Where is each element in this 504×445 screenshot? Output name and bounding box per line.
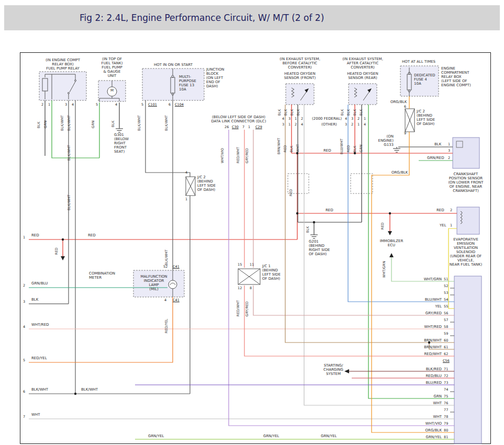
pin-number: 4: [115, 103, 117, 107]
wire-label: BLK: [290, 146, 294, 152]
ecu-pin-number: 56: [444, 312, 448, 315]
wire-label: BLK: [284, 109, 288, 116]
row-number: 2: [23, 284, 25, 288]
wire-label: BLK/WHT: [165, 249, 169, 265]
ecu-pin-number: 53: [444, 291, 448, 295]
pin-number: 1: [248, 125, 250, 129]
component-label: METER: [89, 276, 102, 280]
ecu-pin-number: 71: [444, 368, 448, 371]
component-label: DATA LINK CONNECTOR (DLC): [211, 120, 266, 124]
wire-label: BLK: [306, 226, 310, 233]
connector-link[interactable]: C30: [232, 125, 239, 129]
ecu-pin-number: 73: [444, 381, 448, 385]
wire-label: GRY/RED: [245, 148, 249, 163]
pin-number: 2: [448, 156, 450, 160]
wire-label: GRN/BLU: [31, 282, 48, 286]
ecu-pin-number: 57: [444, 318, 448, 322]
ecu-pin-color: BLU/RED: [425, 381, 442, 385]
power-source-label: HOT AT ALL TIMES: [402, 60, 435, 64]
component-label: DASH): [206, 85, 218, 89]
wire-label: RED: [436, 209, 444, 213]
ecu-pin-number: 79: [444, 422, 448, 426]
ecu-pin-color: WHT/RED: [424, 325, 442, 329]
ground-symbols: [116, 128, 400, 238]
pin-number: 52: [163, 265, 167, 269]
wire-label: GRY/RED: [245, 301, 249, 316]
component-label: UNIT: [108, 74, 117, 78]
pin-number: 1: [295, 117, 297, 121]
ecu-pin-number: 58: [444, 325, 448, 329]
row-number: 1: [23, 236, 25, 239]
pin-number: 2: [357, 117, 360, 121]
ecu-pin-color: ORG/BLK: [425, 429, 442, 433]
pin-number: 1: [185, 198, 187, 201]
row-number: 6: [23, 390, 25, 394]
component-label: ECU: [388, 244, 395, 248]
wire-label: RED: [284, 145, 287, 153]
ecu-pin-color: BRN/WHT: [424, 339, 442, 343]
pin-number: 6: [169, 103, 171, 107]
wire-label: GRN/YEL: [321, 435, 337, 439]
pin-number: 1: [448, 143, 450, 146]
pin-number: 5: [141, 103, 143, 107]
wire-label: BLK: [360, 109, 363, 116]
connector-link[interactable]: C41: [173, 265, 180, 269]
pin-number: 2: [295, 123, 297, 127]
connector-link[interactable]: C41: [173, 299, 180, 302]
ecu-pin-color: WHT: [433, 402, 442, 406]
ecu-pin-number: 77: [444, 408, 448, 412]
ecu-pin-number: 54: [444, 298, 448, 302]
connector-link[interactable]: C104: [175, 103, 184, 107]
wire-label: GRN/RED: [427, 156, 444, 161]
wire-label: BLK/WHT: [31, 388, 48, 392]
wire-label: GRN: [44, 121, 48, 128]
wire-label: RED: [381, 223, 385, 230]
pin-number: 3: [282, 123, 284, 127]
ecu-pin-number: 76: [444, 402, 448, 405]
ecu-pin-color: GRN/YEL: [426, 436, 442, 440]
wire-label: BLK/WHT: [68, 115, 71, 131]
component-label: CRANKSHAFT): [453, 189, 479, 193]
ecu-pin-color: RED/WHT: [424, 352, 442, 357]
variant-label: (2000 FEDERAL): [312, 117, 342, 121]
wire-label: WHT/VIO: [221, 148, 225, 163]
wire-label: RED/WHT: [237, 300, 240, 316]
pin-number: 4: [164, 299, 166, 302]
ecu-pin-color: WHT/GRN: [424, 278, 442, 282]
ecu-pin-number: 75: [444, 395, 448, 398]
pin-number: 1: [364, 117, 366, 121]
connector-link[interactable]: C29: [255, 125, 262, 129]
pin-number: 1: [48, 103, 50, 107]
pin-number: 11: [250, 263, 254, 267]
component-label: NEAR FUEL TANK): [450, 263, 482, 267]
component-label: FUEL PUMP RELAY: [46, 67, 79, 71]
ecu-pin-color: BLU/WHT: [425, 298, 442, 302]
ecu-pin-number: 74: [444, 388, 448, 392]
connector-link[interactable]: C101: [148, 103, 157, 107]
component-label: SENSOR (FRONT): [284, 76, 316, 81]
ecu-pin-color: GRY/RED: [425, 312, 442, 316]
wire-label: BLK: [434, 143, 441, 147]
wiring-diagram-page: Fig 2: 2.4L, Engine Performance Circuit,…: [0, 0, 504, 445]
pin-number: 4: [301, 123, 303, 127]
pin-number: 9: [404, 132, 406, 135]
wire-label: RED/YEL: [31, 357, 47, 361]
ecu-pin-number: 72: [444, 374, 448, 378]
wire-label: BLK: [347, 109, 351, 116]
row-number: 3: [23, 300, 25, 304]
pin-number: 3: [65, 103, 67, 107]
row-number: 5: [23, 359, 25, 362]
wire-label: BLK: [353, 146, 357, 152]
ground-label: G133: [384, 143, 394, 147]
component-label: (MIL): [149, 288, 158, 292]
pin-number: 8: [250, 287, 252, 290]
connector-link[interactable]: C56: [443, 359, 450, 363]
power-source-label: HOT IN ON OR START: [154, 63, 193, 67]
wire-label: ORG/BLK: [391, 171, 408, 175]
wire-label: BLK/WHT: [61, 115, 64, 131]
pin-number: 26: [225, 125, 229, 129]
ecu-pin-number: 61: [444, 346, 448, 349]
component-label: CONVERTER): [351, 66, 375, 70]
ecu-pin-number: 80: [444, 429, 448, 432]
wire-label: BLK/WHT: [138, 115, 141, 131]
